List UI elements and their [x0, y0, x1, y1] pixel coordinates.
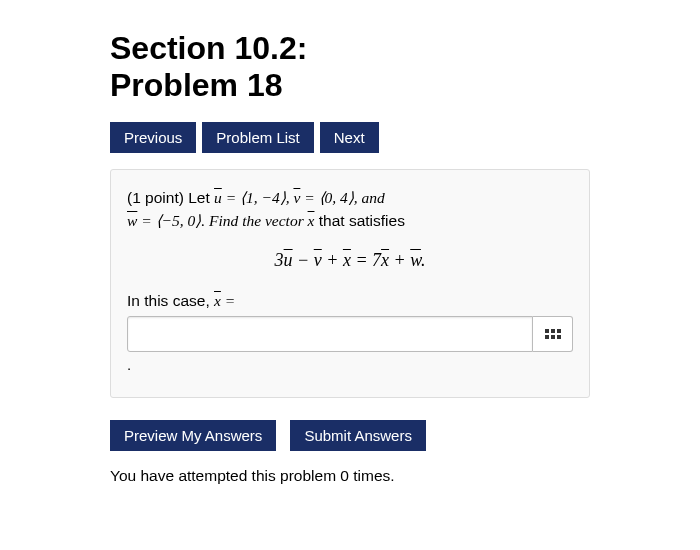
- var-w: w: [410, 250, 421, 270]
- svg-rect-4: [551, 335, 555, 339]
- svg-rect-3: [545, 335, 549, 339]
- problem-statement: (1 point) Let u = ⟨1, −4⟩, v = ⟨0, 4⟩, a…: [127, 186, 573, 233]
- svg-rect-1: [551, 329, 555, 333]
- text-frag: .: [421, 250, 426, 270]
- text-frag: −: [293, 250, 314, 270]
- text-frag: +: [322, 250, 343, 270]
- problem-nav: Previous Problem List Next: [110, 122, 590, 153]
- var-u: u: [284, 250, 293, 270]
- keyboard-icon: [545, 327, 561, 342]
- text-frag: = ⟨1, −4⟩,: [222, 189, 294, 206]
- svg-rect-0: [545, 329, 549, 333]
- trailing-dot: .: [127, 356, 573, 373]
- previous-button[interactable]: Previous: [110, 122, 196, 153]
- var-v: v: [314, 250, 322, 270]
- svg-rect-5: [557, 335, 561, 339]
- var-u: u: [214, 189, 222, 206]
- text-frag: +: [389, 250, 410, 270]
- text-frag: In this case,: [127, 292, 214, 309]
- attempt-status: You have attempted this problem 0 times.: [110, 467, 590, 485]
- answer-row: [127, 316, 573, 352]
- text-frag: = ⟨0, 4⟩, and: [300, 189, 384, 206]
- problem-list-button[interactable]: Problem List: [202, 122, 313, 153]
- svg-rect-2: [557, 329, 561, 333]
- math-keyboard-button[interactable]: [533, 316, 573, 352]
- text-frag: = 7: [351, 250, 381, 270]
- preview-answers-button[interactable]: Preview My Answers: [110, 420, 276, 451]
- text-frag: = ⟨−5, 0⟩. Find the vector: [137, 212, 307, 229]
- var-x: x: [381, 250, 389, 270]
- answer-input[interactable]: [127, 316, 533, 352]
- text-frag: 3: [275, 250, 284, 270]
- submit-answers-button[interactable]: Submit Answers: [290, 420, 426, 451]
- text-frag: =: [221, 292, 235, 309]
- var-x: x: [343, 250, 351, 270]
- title-line2: Problem 18: [110, 67, 283, 103]
- title-line1: Section 10.2:: [110, 30, 307, 66]
- var-w: w: [127, 212, 137, 229]
- equation: 3u − v + x = 7x + w.: [127, 250, 573, 271]
- page-title: Section 10.2: Problem 18: [110, 30, 590, 104]
- action-row: Preview My Answers Submit Answers: [110, 420, 590, 451]
- text-frag: that satisfies: [314, 212, 404, 229]
- next-button[interactable]: Next: [320, 122, 379, 153]
- text-frag: (1 point) Let: [127, 189, 214, 206]
- answer-prompt: In this case, x =: [127, 289, 573, 312]
- var-x: x: [214, 292, 221, 309]
- problem-panel: (1 point) Let u = ⟨1, −4⟩, v = ⟨0, 4⟩, a…: [110, 169, 590, 399]
